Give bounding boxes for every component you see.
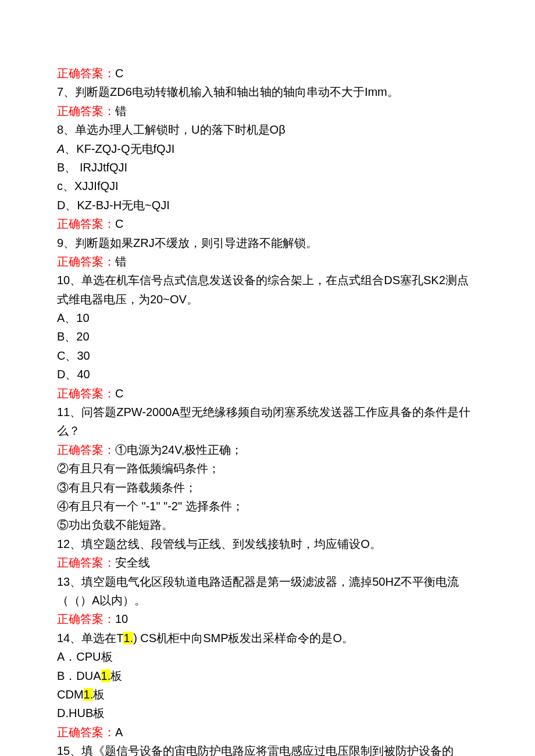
text-line: B、20 — [57, 327, 478, 346]
document-body: 正确答案：C7、判断题ZD6电动转辙机输入轴和轴出轴的轴向串动不大于Imm。正确… — [57, 64, 478, 756]
highlighted-text: 1. — [123, 632, 133, 644]
text-line: 正确答案：安全线 — [57, 553, 478, 572]
answer-label: 正确答案： — [57, 443, 115, 456]
text-segment: ①电源为24V,极性正确； — [115, 443, 242, 456]
text-segment: c、XJJIfQJI — [57, 180, 119, 192]
highlighted-text: 1. — [84, 688, 94, 701]
text-line: 正确答案：10 — [57, 610, 478, 628]
answer-label: 正确答案： — [57, 612, 115, 625]
answer-label: 正确答案： — [57, 105, 115, 117]
text-segment: 11、问答题ZPW-2000A型无绝缘移频自动闭塞系统发送器工作应具备的条件是什… — [57, 406, 470, 437]
text-segment: B、 IRJJtfQJI — [57, 161, 127, 174]
text-line: 正确答案：A — [57, 723, 478, 741]
text-line: c、XJJIfQJI — [57, 177, 478, 195]
text-segment: 10 — [115, 612, 128, 625]
answer-label: 正确答案： — [57, 67, 115, 80]
text-line: 8、单选办理人工解锁时，U的落下时机是Oβ — [57, 120, 478, 139]
text-segment: ③有且只有一路载频条件； — [57, 481, 197, 494]
text-segment: 板 — [110, 669, 122, 682]
answer-label: 正确答案： — [57, 217, 115, 230]
text-line: CDM1.板 — [57, 685, 478, 704]
answer-label: 正确答案： — [57, 387, 115, 400]
text-segment: B．DUA — [57, 669, 101, 682]
text-line: 11、问答题ZPW-2000A型无绝缘移频自动闭塞系统发送器工作应具备的条件是什… — [57, 403, 478, 440]
answer-label: 正确答案： — [57, 556, 115, 569]
text-segment: A、10 — [57, 311, 90, 324]
text-segment: 、KF-ZQJ-Q无电fQJI — [65, 142, 174, 155]
text-line: B、 IRJJtfQJI — [57, 158, 478, 177]
text-segment: 错 — [115, 105, 127, 117]
text-segment: D.HUB板 — [57, 707, 105, 719]
text-line: 正确答案：C — [57, 214, 478, 233]
text-segment: C — [115, 217, 123, 230]
text-line: 正确答案：C — [57, 64, 478, 83]
text-line: A、KF-ZQJ-Q无电fQJI — [57, 139, 478, 158]
text-segment: C、30 — [57, 349, 90, 362]
text-segment: 15、填《题信号设备的宙电防护电路应将雷电感应过电压限制到被防护设备的 — [57, 744, 454, 756]
text-segment: 安全线 — [115, 556, 150, 569]
highlighted-text: 1. — [101, 669, 111, 682]
text-segment: C — [115, 387, 123, 400]
text-line: 7、判断题ZD6电动转辙机输入轴和轴出轴的轴向串动不大于Imm。 — [57, 83, 478, 101]
text-line: 13、填空题电气化区段轨道电路适配器是第一级滤波器，漉掉50HZ不平衡电流（（）… — [57, 572, 478, 610]
text-line: ②有且只有一路低频编码条件； — [57, 459, 478, 478]
text-segment: 14、单选在T — [57, 632, 123, 644]
text-segment: ②有且只有一路低频编码条件； — [57, 462, 220, 475]
text-line: 正确答案：错 — [57, 252, 478, 271]
text-segment: D、KZ-BJ-H无电~QJI — [57, 199, 170, 212]
text-segment: ⑤功出负载不能短路。 — [57, 518, 173, 531]
text-line: ⑤功出负载不能短路。 — [57, 515, 478, 534]
text-line: ④有且只有一个 "-1" "-2" 选择条件； — [57, 497, 478, 515]
text-line: 正确答案：C — [57, 384, 478, 403]
answer-label: 正确答案： — [57, 255, 115, 268]
text-segment: A — [57, 142, 65, 155]
text-segment: ) CS机柜中向SMP板发出采样命令的是O。 — [133, 632, 354, 644]
text-line: 正确答案：①电源为24V,极性正确； — [57, 440, 478, 459]
text-segment: 13、填空题电气化区段轨道电路适配器是第一级滤波器，漉掉50HZ不平衡电流（（）… — [57, 575, 459, 607]
text-segment: B、20 — [57, 330, 90, 343]
text-line: A．CPU板 — [57, 647, 478, 666]
answer-label: 正确答案： — [57, 726, 115, 739]
text-segment: 8、单选办理人工解锁时，U的落下时机是O — [57, 123, 279, 136]
text-line: C、30 — [57, 346, 478, 365]
text-line: 12、填空题岔线、段管线与正线、到发线接轨时，均应铺设O。 — [57, 535, 478, 553]
text-segment: ④有且只有一个 "-1" "-2" 选择条件； — [57, 500, 244, 513]
text-segment: 错 — [115, 255, 127, 268]
text-segment: D、40 — [57, 368, 90, 381]
text-segment: 板 — [93, 688, 105, 701]
text-segment: 7、判断题ZD6电动转辙机输入轴和轴出轴的轴向串动不大于Imm。 — [57, 85, 399, 98]
text-line: 9、判断题如果ZRJ不缓放，则引导进路不能解锁。 — [57, 234, 478, 252]
text-line: D、KZ-BJ-H无电~QJI — [57, 196, 478, 214]
text-line: D、40 — [57, 365, 478, 384]
text-segment: β — [279, 123, 286, 136]
text-segment: A — [115, 726, 123, 739]
text-segment: C — [115, 67, 123, 80]
text-line: 15、填《题信号设备的宙电防护电路应将雷电感应过电压限制到被防护设备的 — [57, 741, 478, 756]
text-line: A、10 — [57, 309, 478, 327]
text-segment: CDM — [57, 688, 84, 701]
text-segment: 12、填空题岔线、段管线与正线、到发线接轨时，均应铺设O。 — [57, 538, 381, 550]
text-segment: A．CPU板 — [57, 650, 113, 663]
text-line: 正确答案：错 — [57, 102, 478, 120]
text-line: 10、单选在机车信号点式信息发送设备的综合架上，在点式组合DS塞孔SK2测点式维… — [57, 271, 478, 309]
text-line: B．DUA1.板 — [57, 667, 478, 685]
text-segment: 10、单选在机车信号点式信息发送设备的综合架上，在点式组合DS塞孔SK2测点式维… — [57, 274, 469, 305]
text-line: D.HUB板 — [57, 704, 478, 722]
text-segment: 9、判断题如果ZRJ不缓放，则引导进路不能解锁。 — [57, 237, 318, 249]
text-line: 14、单选在T1.) CS机柜中向SMP板发出采样命令的是O。 — [57, 629, 478, 647]
text-line: ③有且只有一路载频条件； — [57, 478, 478, 497]
